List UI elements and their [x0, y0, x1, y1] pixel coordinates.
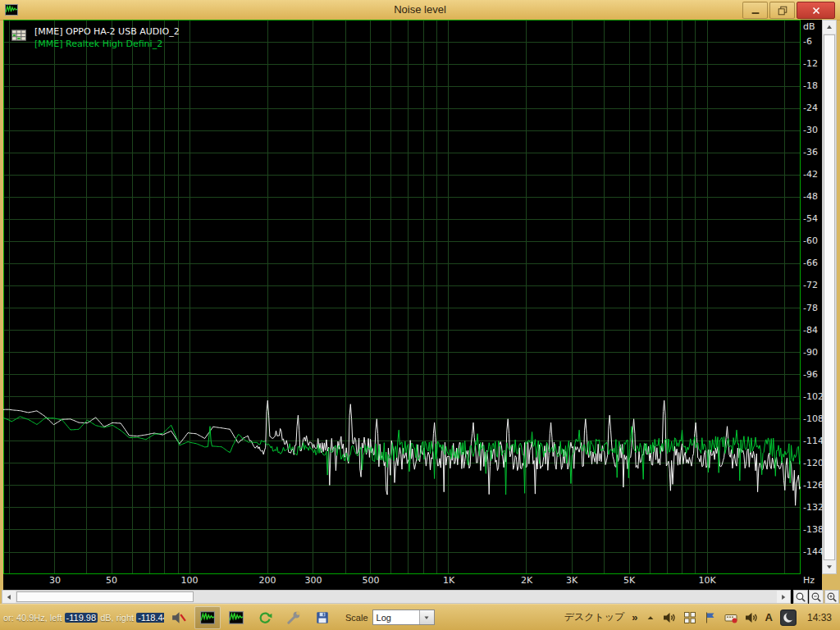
y-tick-label: -66 [803, 258, 818, 268]
settings-button[interactable] [281, 606, 307, 629]
y-tick-label: -54 [803, 213, 818, 224]
x-tick-label: 10K [698, 575, 715, 586]
y-tick-label: -138 [803, 524, 824, 535]
scroll-left-button[interactable] [2, 591, 16, 603]
taskbar: or: 40.9Hz, left -119.98 dB, right -118.… [0, 604, 840, 630]
x-tick-label: 2K [521, 575, 532, 586]
status-value-chip: -118.44 [136, 613, 164, 623]
horizontal-scroll-thumb[interactable] [16, 591, 194, 602]
volume-mixer-button[interactable] [166, 606, 192, 629]
horizontal-scrollbar[interactable] [2, 590, 791, 604]
close-button[interactable] [797, 2, 835, 19]
zoom-normal-button[interactable] [793, 590, 808, 604]
y-tick-label: -84 [803, 325, 818, 336]
y-tick-label: -102 [803, 391, 824, 402]
scale-value: Log [373, 613, 419, 623]
volume-icon[interactable] [663, 611, 676, 624]
y-tick-label: -18 [803, 80, 818, 91]
input-method-icon[interactable] [724, 611, 737, 624]
analyzer-app-button[interactable] [223, 606, 249, 629]
vertical-scroll-thumb[interactable] [824, 34, 835, 560]
scale-label: Scale [345, 613, 368, 623]
dropdown-arrow-icon[interactable] [419, 610, 434, 624]
zoom-buttons [793, 590, 839, 604]
ime-mode-tile[interactable] [780, 609, 797, 626]
scale-group: Scale Log [345, 609, 435, 625]
y-tick-label: -48 [803, 191, 818, 202]
y-tick-label: -72 [803, 280, 818, 290]
y-tick-label: -90 [803, 347, 818, 358]
taskbar-app-buttons [166, 606, 336, 629]
status-readout: or: 40.9Hz, left -119.98 dB, right -118.… [0, 613, 164, 623]
taskbar-clock[interactable]: 14:33 [807, 612, 832, 623]
y-tick-label: -30 [803, 125, 818, 135]
x-tick-label: 500 [363, 575, 380, 586]
y-tick-label: -132 [803, 502, 824, 513]
x-tick-label: 300 [305, 575, 322, 586]
x-tick-label: 5K [623, 575, 635, 586]
minimize-button[interactable] [742, 2, 768, 19]
scroll-down-button[interactable] [823, 560, 836, 573]
desktop-toolbar-label[interactable]: デスクトップ [564, 610, 625, 624]
y-tick-label: -60 [803, 235, 818, 246]
x-tick-label: 50 [106, 575, 117, 586]
zoom-out-button[interactable] [809, 590, 824, 604]
legend-table-icon[interactable] [11, 28, 26, 43]
scale-dropdown[interactable]: Log [372, 609, 435, 625]
window-title: Noise level [0, 3, 840, 16]
system-tray: デスクトップ » A 14:33 [564, 609, 840, 626]
x-tick-label: 100 [181, 575, 199, 586]
x-tick-label: 1K [443, 575, 454, 586]
y-tick-label: -42 [803, 169, 818, 180]
zoom-in-button[interactable] [824, 590, 839, 604]
y-tick-label: -96 [803, 369, 818, 380]
y-tick-label: -78 [803, 303, 818, 313]
hidden-icons-chevron[interactable] [646, 613, 655, 623]
y-tick-label: -24 [803, 103, 818, 113]
status-value-chip: -119.98 [65, 613, 98, 623]
y-tick-label: -36 [803, 147, 818, 158]
y-tick-label: -108 [803, 413, 824, 424]
window-controls [742, 2, 835, 19]
y-axis-labels: dB-6-12-18-24-30-36-42-48-54-60-66-72-78… [801, 20, 822, 574]
vertical-scrollbar[interactable] [822, 20, 837, 574]
legend-item-0: [MME] OPPO HA-2 USB AUDIO_2 [34, 25, 180, 38]
ime-latin-indicator[interactable]: A [765, 611, 773, 623]
status-text: or: 40.9 [3, 613, 34, 623]
y-axis-unit: dB [803, 21, 815, 32]
y-tick-label: -12 [803, 58, 818, 69]
scroll-right-button[interactable] [777, 591, 790, 603]
y-tick-label: -126 [803, 480, 824, 491]
x-tick-label: 200 [259, 575, 276, 586]
x-axis-unit: Hz [803, 575, 815, 586]
legend-item-1: [MME] Realtek High Defini_2 [34, 38, 180, 50]
x-axis-labels: 30501002003005001K2K3K5K10K [3, 575, 801, 588]
y-tick-label: -144 [803, 546, 824, 557]
analyzer-window-button[interactable] [194, 606, 221, 629]
save-button[interactable] [309, 606, 336, 629]
restore-button[interactable] [769, 2, 795, 19]
y-tick-label: -120 [803, 458, 824, 468]
scroll-up-button[interactable] [823, 21, 836, 34]
plot-area[interactable] [3, 20, 801, 574]
y-tick-label: -6 [803, 36, 812, 47]
refresh-button[interactable] [252, 606, 278, 629]
x-tick-label: 3K [566, 575, 578, 586]
status-text: Hz, left [34, 613, 64, 623]
legend-labels: [MME] OPPO HA-2 USB AUDIO_2[MME] Realtek… [34, 25, 180, 50]
tray-icons: A [646, 609, 797, 626]
x-tick-label: 30 [49, 575, 61, 586]
legend: [MME] OPPO HA-2 USB AUDIO_2[MME] Realtek… [11, 25, 180, 50]
status-text: dB, right [98, 613, 136, 623]
y-tick-label: -114 [803, 436, 824, 446]
toolbar-chevron[interactable]: » [632, 611, 637, 623]
titlebar: Noise level [0, 0, 840, 21]
action-center-flag-icon[interactable] [704, 611, 717, 624]
network-grid-icon[interactable] [683, 611, 696, 624]
sound-device-icon[interactable] [745, 611, 758, 624]
